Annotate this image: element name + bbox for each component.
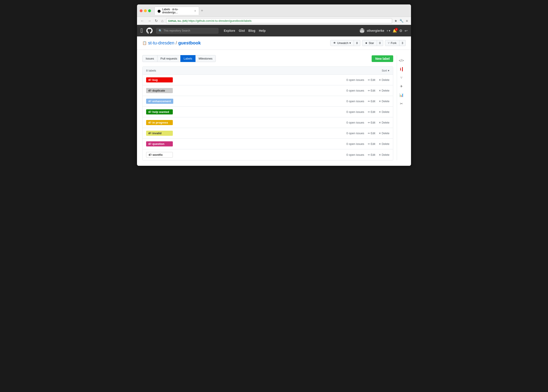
bookmark-icon[interactable]: ★ [394, 18, 398, 23]
signout-icon[interactable]: ↩ [405, 29, 407, 33]
label-badge-question: 🏷 question [146, 141, 173, 147]
search-box[interactable]: 🔍 This repository Search [156, 28, 218, 34]
open-issues-count: 0 open issues [346, 121, 364, 124]
label-actions: 0 open issues ✏ Edit ✕ Delete [346, 132, 389, 135]
repo-name-link[interactable]: guestbook [178, 41, 201, 46]
labels-tab-button[interactable]: Labels [180, 55, 195, 62]
delete-label-button[interactable]: ✕ Delete [379, 111, 389, 113]
nav-gist[interactable]: Gist [239, 29, 245, 32]
milestones-tab-button[interactable]: Milestones [195, 55, 216, 62]
main-content: Issues Pull requests Labels Milestones N… [137, 50, 411, 166]
edit-label-button[interactable]: ✏ Edit [368, 111, 375, 113]
delete-label-button[interactable]: ✕ Delete [379, 89, 389, 92]
label-tag-icon: 🏷 [148, 121, 151, 124]
new-tab-button[interactable]: + [200, 8, 204, 13]
label-badge-in-progress: 🏷 in progress [146, 120, 173, 125]
open-issues-count: 0 open issues [346, 99, 364, 103]
edit-label-button[interactable]: ✏ Edit [368, 78, 375, 82]
sort-button[interactable]: Sort ▾ [382, 69, 389, 72]
label-row: 🏷 in progress 0 open issues ✏ Edit ✕ [142, 117, 393, 128]
x-icon: ✕ [379, 142, 381, 146]
issues-tab-button[interactable]: Issues [142, 55, 157, 62]
label-badge-wontfix: 🏷 wontfix [146, 152, 173, 158]
label-badge-bug: 🏷 bug [146, 77, 173, 83]
label-name: invalid [152, 132, 162, 135]
delete-label-button[interactable]: ✕ Delete [379, 100, 389, 103]
github-tab-icon: ⬤ [157, 9, 161, 13]
nav-explore[interactable]: Explore [224, 29, 235, 32]
toolbar-icons: ★ 🔧 ≡ [394, 18, 408, 23]
sort-chevron-icon: ▾ [388, 69, 389, 72]
pull-requests-tab-button[interactable]: Pull requests [157, 55, 181, 62]
github-logo[interactable]:  [141, 27, 143, 34]
address-url: https://github.com/st-tu-dresden/guestbo… [188, 19, 251, 22]
fork-icon: ⑂ [388, 41, 390, 45]
fork-count: 3 [399, 40, 406, 46]
labels-count: 8 labels [146, 69, 156, 72]
browser-toolbar: ← → ↻ ⌂ GitHub, Inc. [US] https://github… [137, 17, 411, 25]
global-nav: Explore Gist Blog Help [224, 29, 266, 32]
label-tag-icon: 🏷 [148, 78, 151, 82]
open-issues-count: 0 open issues [346, 110, 364, 113]
edit-label-button[interactable]: ✏ Edit [368, 142, 375, 146]
edit-label-button[interactable]: ✏ Edit [368, 132, 375, 135]
home-button[interactable]: ⌂ [160, 18, 164, 23]
x-icon: ✕ [379, 153, 381, 156]
label-tag-icon: 🏷 [148, 99, 151, 103]
label-name: duplicate [152, 89, 165, 92]
code-icon[interactable]: </> [399, 59, 404, 63]
open-issues-count: 0 open issues [346, 142, 364, 146]
active-browser-tab[interactable]: ⬤ Labels · st-tu-dresden/gu... ✕ [155, 7, 199, 15]
plus-menu-button[interactable]: + ▾ [386, 29, 390, 32]
pin-icon[interactable]: ✈ [400, 84, 403, 88]
minimize-button[interactable] [144, 9, 147, 12]
close-button[interactable] [140, 9, 142, 12]
username-label[interactable]: olivergierke [367, 29, 384, 32]
edit-label-button[interactable]: ✏ Edit [368, 153, 375, 156]
delete-label-button[interactable]: ✕ Delete [379, 142, 389, 146]
chart-icon[interactable]: 📊 [399, 93, 404, 97]
tools-icon[interactable]: ✂ [400, 102, 403, 106]
header-right: olivergierke + ▾ 🔔 2 ⚙ ↩ [360, 28, 407, 33]
unwatch-button[interactable]: 👁 Unwatch ▾ [330, 40, 354, 46]
address-bar[interactable]: GitHub, Inc. [US] https://github.com/st-… [166, 18, 392, 23]
star-button[interactable]: ★ Star [362, 40, 377, 46]
new-label-button[interactable]: New label [372, 55, 393, 62]
notification-badge: 2 [395, 28, 398, 31]
traffic-lights [140, 9, 151, 12]
menu-icon[interactable]: ≡ [406, 18, 408, 23]
nav-help[interactable]: Help [259, 29, 266, 32]
delete-label-button[interactable]: ✕ Delete [379, 153, 389, 156]
delete-label-button[interactable]: ✕ Delete [379, 121, 389, 124]
info-icon[interactable]: ℹ [400, 67, 403, 71]
open-issues-count: 0 open issues [346, 78, 364, 82]
fork-button[interactable]: ⑂ Fork [385, 40, 399, 46]
pencil-icon: ✏ [368, 111, 370, 113]
delete-label-button[interactable]: ✕ Delete [379, 132, 389, 135]
label-name: question [152, 142, 164, 146]
x-icon: ✕ [379, 132, 381, 135]
extension-icon[interactable]: 🔧 [399, 18, 404, 23]
repo-owner-link[interactable]: st-tu-dresden [148, 41, 174, 46]
secure-label: GitHub, Inc. [US] [168, 20, 187, 22]
label-row: 🏷 wontfix 0 open issues ✏ Edit ✕ Del [142, 149, 393, 160]
unwatch-count: 8 [354, 40, 360, 46]
settings-icon[interactable]: ⚙ [399, 29, 402, 33]
label-name: wontfix [153, 153, 163, 156]
reload-button[interactable]: ↻ [154, 18, 159, 23]
nav-blog[interactable]: Blog [249, 29, 255, 32]
edit-label-button[interactable]: ✏ Edit [368, 121, 375, 124]
back-button[interactable]: ← [140, 18, 145, 23]
forward-button[interactable]: → [147, 18, 152, 23]
pencil-icon: ✏ [368, 142, 370, 146]
pull-request-sidebar-icon[interactable]: ⑂ [400, 76, 403, 80]
label-badge-invalid: 🏷 invalid [146, 131, 173, 136]
edit-label-button[interactable]: ✏ Edit [368, 100, 375, 103]
notification-button[interactable]: 🔔 2 [392, 29, 397, 33]
edit-label-button[interactable]: ✏ Edit [368, 89, 375, 92]
pencil-icon: ✏ [368, 89, 370, 92]
delete-label-button[interactable]: ✕ Delete [379, 78, 389, 82]
github-logo-icon[interactable] [146, 28, 153, 34]
tab-close-icon[interactable]: ✕ [194, 10, 196, 13]
maximize-button[interactable] [148, 9, 151, 12]
